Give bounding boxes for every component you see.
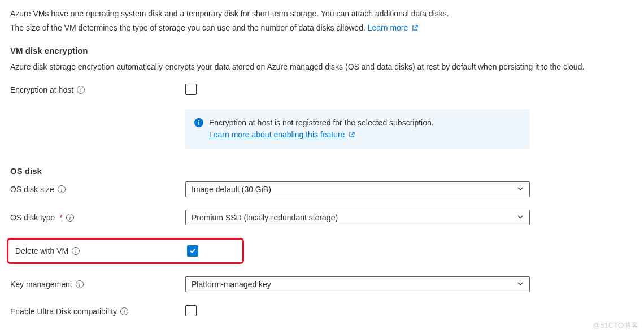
delete-with-vm-label: Delete with VM (15, 246, 68, 255)
banner-link-label: Learn more about enabling this feature (209, 130, 345, 139)
external-link-icon (349, 129, 355, 141)
os-disk-size-label: OS disk size (10, 185, 54, 194)
external-link-icon (412, 23, 418, 34)
intro-line2-text: The size of the VM determines the type o… (10, 23, 365, 32)
learn-more-label: Learn more (368, 23, 408, 32)
delete-with-vm-highlight: Delete with VM i (7, 238, 244, 264)
encryption-info-banner: i Encryption at host is not registered f… (185, 109, 530, 149)
intro-text-2: The size of the VM determines the type o… (10, 22, 634, 34)
os-disk-type-label: OS disk type (10, 213, 55, 222)
learn-more-link[interactable]: Learn more (368, 23, 418, 32)
os-disk-heading: OS disk (10, 166, 634, 176)
key-management-label: Key management (10, 280, 72, 289)
chevron-down-icon (517, 213, 524, 222)
info-icon[interactable]: i (120, 307, 128, 315)
info-icon[interactable]: i (66, 214, 74, 222)
info-icon[interactable]: i (77, 86, 85, 94)
key-management-dropdown[interactable]: Platform-managed key (185, 276, 530, 292)
required-indicator: * (59, 213, 62, 222)
watermark-text: @51CTO博客 (593, 320, 638, 331)
os-disk-size-value: Image default (30 GiB) (192, 185, 271, 194)
os-disk-type-value: Premium SSD (locally-redundant storage) (192, 213, 338, 222)
key-management-value: Platform-managed key (192, 280, 271, 289)
encryption-at-host-row: Encryption at host i (10, 83, 634, 97)
info-icon[interactable]: i (58, 185, 66, 193)
banner-message: Encryption at host is not registered for… (209, 117, 434, 129)
chevron-down-icon (517, 185, 524, 194)
ultra-disk-checkbox[interactable] (185, 305, 197, 316)
os-disk-size-row: OS disk size i Image default (30 GiB) (10, 181, 634, 197)
info-icon[interactable]: i (76, 280, 84, 288)
chevron-down-icon (517, 280, 524, 289)
ultra-disk-row: Enable Ultra Disk compatibility i (10, 305, 634, 318)
encryption-at-host-label: Encryption at host (10, 85, 73, 94)
encryption-description: Azure disk storage encryption automatica… (10, 61, 634, 73)
ultra-disk-label: Enable Ultra Disk compatibility (10, 307, 117, 316)
key-management-row: Key management i Platform-managed key (10, 276, 634, 292)
os-disk-type-dropdown[interactable]: Premium SSD (locally-redundant storage) (185, 210, 530, 225)
banner-learn-more-link[interactable]: Learn more about enabling this feature (209, 130, 355, 139)
info-icon[interactable]: i (72, 247, 80, 255)
os-disk-type-row: OS disk type * i Premium SSD (locally-re… (10, 210, 634, 225)
os-disk-size-dropdown[interactable]: Image default (30 GiB) (185, 181, 530, 197)
encryption-at-host-checkbox[interactable] (185, 84, 197, 95)
encryption-heading: VM disk encryption (10, 46, 634, 55)
intro-text-1: Azure VMs have one operating system disk… (10, 8, 634, 20)
info-banner-icon: i (194, 118, 203, 127)
delete-with-vm-checkbox[interactable] (187, 245, 198, 257)
